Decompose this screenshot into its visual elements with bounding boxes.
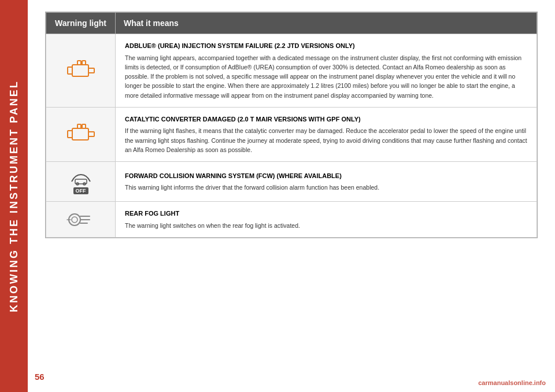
table-row: OFF FORWARD COLLISION WARNING SYSTEM (FC… (46, 162, 537, 202)
catalytic-converter-icon (46, 107, 116, 161)
svg-rect-3 (77, 61, 81, 65)
svg-rect-4 (82, 61, 86, 65)
svg-rect-8 (88, 132, 94, 136)
table-row: AdBlue® (UREA) INJECTION SYSTEM FAILURE … (46, 34, 537, 108)
entry-body-1: If the warning light flashes, it means t… (125, 126, 527, 154)
page-number: 56 (35, 372, 45, 382)
col-header-meaning: What it means (116, 13, 537, 34)
rear-fog-icon (46, 202, 116, 238)
entry-title-0: AdBlue® (UREA) INJECTION SYSTEM FAILURE … (125, 41, 527, 51)
entry-body-3: The warning light switches on when the r… (125, 221, 527, 230)
svg-rect-7 (72, 128, 88, 140)
watermark: carmanualsonline.info (478, 379, 546, 386)
svg-rect-2 (88, 68, 94, 73)
svg-rect-10 (82, 124, 86, 128)
page-container: KNOWING THE INSTRUMENT PANEL Warning lig… (0, 0, 555, 392)
entry-title-1: CATALYTIC CONVERTER DAMAGED (2.0 T MAIR … (125, 114, 527, 124)
fcw-icon: OFF (46, 162, 116, 202)
svg-point-15 (72, 217, 77, 223)
main-content: Warning light What it means AdBlue® (URE… (28, 0, 555, 392)
entry-title-2: FORWARD COLLISION WARNING SYSTEM (FCW) (… (125, 171, 527, 181)
svg-rect-6 (68, 131, 72, 138)
entry-title-3: REAR FOG LIGHT (125, 209, 527, 219)
col-header-warning: Warning light (46, 13, 116, 34)
entry-cell-2: FORWARD COLLISION WARNING SYSTEM (FCW) (… (116, 162, 537, 202)
table-row: CATALYTIC CONVERTER DAMAGED (2.0 T MAIR … (46, 107, 537, 161)
entry-cell-3: REAR FOG LIGHTThe warning light switches… (116, 202, 537, 238)
svg-rect-1 (72, 65, 88, 76)
entry-body-0: The warning light appears, accompanied t… (125, 53, 527, 100)
entry-body-2: This warning light informs the driver th… (125, 183, 527, 192)
entry-cell-1: CATALYTIC CONVERTER DAMAGED (2.0 T MAIR … (116, 107, 537, 161)
table-wrapper: Warning light What it means AdBlue® (URE… (45, 12, 538, 238)
engine-failure-icon (46, 34, 116, 108)
svg-rect-0 (68, 67, 72, 74)
entry-cell-0: AdBlue® (UREA) INJECTION SYSTEM FAILURE … (116, 34, 537, 108)
svg-rect-9 (77, 124, 81, 128)
table-row: REAR FOG LIGHTThe warning light switches… (46, 202, 537, 238)
side-label: KNOWING THE INSTRUMENT PANEL (0, 0, 28, 392)
warning-table: Warning light What it means AdBlue® (URE… (46, 12, 537, 238)
